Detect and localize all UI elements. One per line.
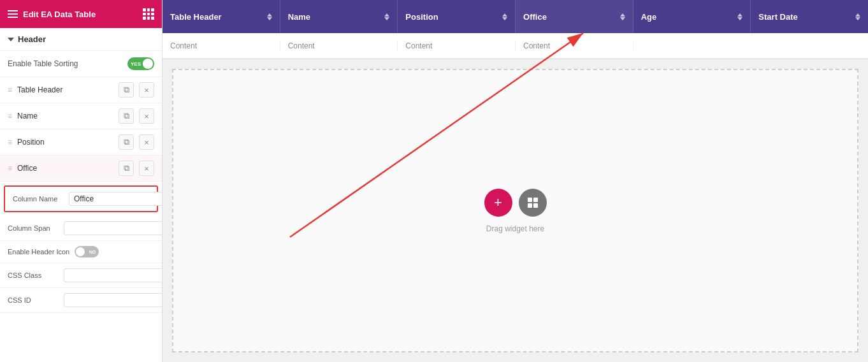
toggle-knob <box>143 59 153 69</box>
col-header-label: Position <box>405 12 438 22</box>
delete-button[interactable]: × <box>139 134 154 150</box>
sidebar-header-left: Edit EA Data Table <box>8 10 96 19</box>
enable-header-icon-label: Enable Header Icon <box>8 248 69 256</box>
column-item-name-label: Name <box>17 112 113 120</box>
column-name-section: Column Name <box>4 185 158 212</box>
column-item-name[interactable]: ≡ Name ⧉ × <box>0 103 162 129</box>
css-id-section: CSS ID <box>0 288 162 313</box>
column-item-name: Table Header <box>17 85 113 94</box>
col-header-table-header[interactable]: Table Header <box>163 0 280 33</box>
css-class-row: CSS Class <box>8 268 154 282</box>
drag-handle-icon: ≡ <box>8 112 12 120</box>
section-title: Header <box>18 34 46 44</box>
duplicate-button[interactable]: ⧉ <box>119 134 134 150</box>
column-item-position-label: Position <box>17 138 113 147</box>
chevron-down-icon <box>8 38 14 41</box>
enable-sorting-toggle[interactable]: YES <box>127 57 154 70</box>
col-header-office[interactable]: Office <box>516 0 633 33</box>
column-span-row: Column Span <box>8 221 154 235</box>
col-header-label: Office <box>523 12 547 22</box>
svg-rect-1 <box>533 198 538 202</box>
sort-arrows-icon <box>855 13 860 20</box>
table-cell-office: Content <box>516 41 633 50</box>
delete-button[interactable]: × <box>139 82 154 98</box>
column-span-section: Column Span <box>0 216 162 241</box>
table-row: Content Content Content Content <box>163 33 868 59</box>
sort-arrows-icon <box>267 13 272 20</box>
toggle-knob-sm <box>76 247 85 256</box>
sort-arrows-icon <box>737 13 742 20</box>
drag-buttons: + <box>484 189 547 217</box>
css-id-row: CSS ID <box>8 293 154 307</box>
col-header-label: Name <box>288 12 310 22</box>
column-name-label: Column Name <box>13 195 64 203</box>
col-header-label: Start Date <box>758 12 797 22</box>
enable-header-icon-section: Enable Header Icon NO <box>0 241 162 263</box>
sort-arrows-icon <box>620 13 625 20</box>
sidebar-title: Edit EA Data Table <box>23 10 96 19</box>
svg-rect-2 <box>528 203 532 208</box>
svg-rect-0 <box>528 198 532 202</box>
svg-rect-3 <box>533 203 538 208</box>
column-name-input[interactable] <box>69 192 163 206</box>
css-id-label: CSS ID <box>8 296 59 304</box>
enable-header-icon-toggle[interactable]: NO <box>75 246 99 257</box>
toggle-on-text: YES <box>131 61 141 67</box>
drag-widget-area: + Drag widget here <box>172 69 858 352</box>
delete-button[interactable]: × <box>139 108 154 124</box>
sidebar-header: Edit EA Data Table <box>0 0 162 28</box>
column-span-label: Column Span <box>8 224 59 232</box>
table-header-bar: + ⠿ × Table Header Name Position Office <box>163 0 868 33</box>
main-area: + ⠿ × Table Header Name Position Office <box>163 0 868 362</box>
column-name-row: Column Name <box>13 192 149 206</box>
column-item-table-header[interactable]: ≡ Table Header ⧉ × <box>0 77 162 103</box>
col-header-age[interactable]: Age <box>633 0 751 33</box>
column-span-input[interactable] <box>64 221 163 235</box>
table-body: Content Content Content Content <box>163 33 868 59</box>
css-class-input[interactable] <box>64 268 163 282</box>
drag-widget-text: Drag widget here <box>486 224 544 233</box>
delete-button[interactable]: × <box>139 161 154 176</box>
enable-sorting-row: Enable Table Sorting YES <box>0 51 162 77</box>
col-header-label: Age <box>641 12 657 22</box>
toggle-off-text: NO <box>89 250 96 254</box>
add-widget-button[interactable]: + <box>484 189 512 217</box>
table-cell-position: Content <box>398 41 516 50</box>
sort-arrows-icon <box>384 13 389 20</box>
duplicate-button[interactable]: ⧉ <box>119 82 134 98</box>
column-item-office[interactable]: ≡ Office ⧉ × <box>0 156 162 182</box>
css-class-label: CSS Class <box>8 272 59 279</box>
header-section[interactable]: Header <box>0 28 162 51</box>
sidebar: Edit EA Data Table Header Enable Table S… <box>0 0 163 362</box>
duplicate-button[interactable]: ⧉ <box>119 108 134 124</box>
col-header-name[interactable]: Name <box>280 0 398 33</box>
drag-handle-icon: ≡ <box>8 85 12 94</box>
widget-button[interactable] <box>519 189 547 217</box>
column-item-office-label: Office <box>17 164 113 173</box>
drag-handle-icon: ≡ <box>8 138 12 147</box>
grid-icon[interactable] <box>143 8 154 20</box>
col-header-label: Table Header <box>170 12 222 22</box>
table-cell-name: Content <box>280 41 398 50</box>
col-header-start-date[interactable]: Start Date <box>751 0 868 33</box>
col-header-position[interactable]: Position <box>398 0 516 33</box>
table-cell-table-header: Content <box>163 41 280 50</box>
enable-header-icon-row: Enable Header Icon NO <box>8 246 154 257</box>
css-id-input[interactable] <box>64 293 163 307</box>
column-item-position[interactable]: ≡ Position ⧉ × <box>0 129 162 156</box>
drag-handle-icon: ≡ <box>8 164 12 173</box>
duplicate-button[interactable]: ⧉ <box>119 161 134 176</box>
enable-sorting-label: Enable Table Sorting <box>8 59 78 68</box>
sort-arrows-icon <box>502 13 507 20</box>
css-class-section: CSS Class <box>0 263 162 288</box>
hamburger-icon[interactable] <box>8 10 18 18</box>
